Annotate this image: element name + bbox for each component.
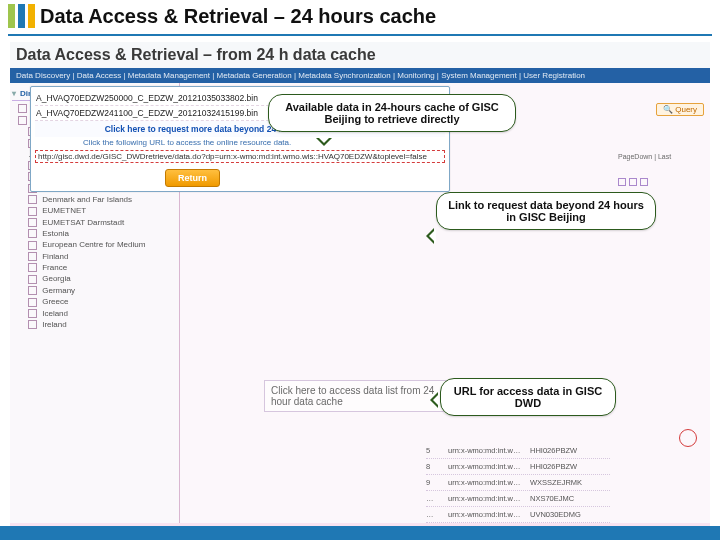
tree-item[interactable]: Greece — [28, 296, 177, 307]
tree-item[interactable]: Ireland — [28, 319, 177, 330]
tree-item[interactable]: Finland — [28, 251, 177, 262]
table-row[interactable]: 9urn:x-wmo:md:int.wmo.wisWXSSZEJRMK — [426, 475, 610, 491]
results-table: 5urn:x-wmo:md:int.wmo.wisHHI026PBZW 8urn… — [426, 443, 610, 523]
brand-logo — [8, 4, 35, 28]
callout-cache: Available data in 24-hours cache of GISC… — [268, 94, 516, 132]
query-label: Query — [675, 105, 697, 114]
table-row[interactable]: 5urn:x-wmo:md:int.wmo.wisHHI026PBZW — [426, 443, 610, 459]
tree-item[interactable]: Germany — [28, 285, 177, 296]
callout-url: URL for access data in GISC DWD — [440, 378, 616, 416]
sub-heading: Data Access & Retrieval – from 24 h data… — [10, 42, 710, 68]
callout-request-link: Link to request data beyond 24 hours in … — [436, 192, 656, 230]
query-button[interactable]: 🔍 Query — [656, 103, 704, 116]
resource-url[interactable]: http://gisc.dwd.de/GISC_DWDretrieve/data… — [35, 150, 445, 163]
tree-item[interactable]: Iceland — [28, 308, 177, 319]
table-row[interactable]: …urn:x-wmo:md:int.wmo.wisNXS70EJMC — [426, 491, 610, 507]
footer-bar — [0, 526, 720, 540]
callout-pointer-icon — [418, 228, 434, 244]
tree-item[interactable]: Georgia — [28, 273, 177, 284]
return-button[interactable]: Return — [165, 169, 220, 187]
table-row[interactable]: 8urn:x-wmo:md:int.wmo.wisHHI026PBZW — [426, 459, 610, 475]
chevron-down-icon: ▾ — [12, 89, 16, 98]
checkbox-icon[interactable] — [629, 178, 637, 186]
online-url-hint: Click the following URL to access the on… — [83, 137, 445, 148]
table-row[interactable]: …urn:x-wmo:md:int.wmo.wisUVN030EDMG — [426, 507, 610, 523]
tree-item[interactable]: EUMETSAT Darmstadt — [28, 217, 177, 228]
callout-pointer-icon — [422, 392, 438, 408]
callout-pointer-icon — [316, 138, 332, 154]
tree-item[interactable]: France — [28, 262, 177, 273]
tree-item[interactable]: Denmark and Far Islands — [28, 194, 177, 205]
row-actions[interactable] — [618, 178, 704, 186]
tree-item[interactable]: European Centre for Medium — [28, 239, 177, 250]
checkbox-icon[interactable] — [618, 178, 626, 186]
title-rule — [8, 34, 712, 36]
search-icon: 🔍 — [663, 105, 673, 114]
tree-item[interactable]: EUMETNET — [28, 205, 177, 216]
pager-label[interactable]: PageDown | Last — [618, 153, 704, 160]
slide-title: Data Access & Retrieval – 24 hours cache — [40, 0, 720, 32]
download-icon[interactable] — [640, 178, 648, 186]
magnifier-icon — [679, 429, 697, 447]
tree-item[interactable]: Estonia — [28, 228, 177, 239]
app-nav[interactable]: Data Discovery | Data Access | Metadata … — [10, 68, 710, 83]
